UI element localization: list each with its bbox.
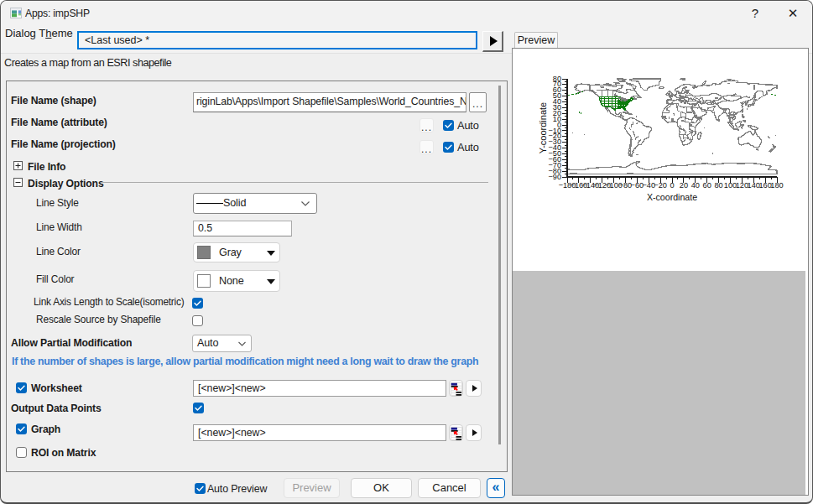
svg-text:−20: −20 xyxy=(654,181,667,190)
svg-text:40: 40 xyxy=(691,181,700,190)
svg-text:0: 0 xyxy=(670,181,674,190)
svg-text:80: 80 xyxy=(553,75,561,83)
svg-text:X-coordinate: X-coordinate xyxy=(647,192,697,202)
svg-text:60: 60 xyxy=(703,181,711,190)
svg-text:80: 80 xyxy=(714,181,722,190)
svg-text:180: 180 xyxy=(770,181,783,190)
svg-text:20: 20 xyxy=(680,181,688,190)
svg-text:Y-coordinate: Y-coordinate xyxy=(538,102,548,153)
